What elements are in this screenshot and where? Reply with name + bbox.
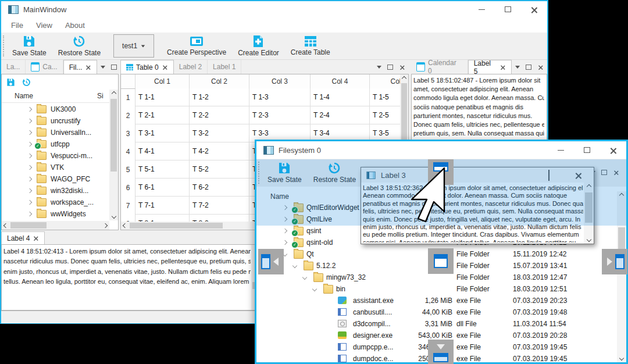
restore-icon[interactable] — [22, 78, 31, 87]
tab-label2[interactable]: Label 2 — [174, 60, 208, 74]
table-cell[interactable]: T 1-3 — [249, 88, 311, 106]
table-cell[interactable]: T 2-4 — [311, 106, 370, 124]
scroll-left-icon[interactable] — [123, 223, 127, 228]
tab-close-icon[interactable] — [34, 236, 38, 241]
left-tree-vscrollbar[interactable] — [109, 90, 118, 220]
create-perspective-button[interactable]: Create Perspective — [161, 33, 232, 59]
dock-close-icon[interactable] — [538, 65, 543, 69]
undock-icon[interactable] — [111, 65, 117, 70]
tree-item[interactable]: Vespucci-m... — [2, 150, 109, 162]
tab-close-icon[interactable] — [86, 65, 91, 70]
scroll-down-icon[interactable] — [111, 214, 116, 219]
tab-table0[interactable]: Table 0 — [120, 60, 174, 74]
table-cell[interactable]: T 5-2 — [190, 160, 249, 179]
tab-label1[interactable]: Label 1 — [208, 60, 241, 74]
left-tree-hscrollbar[interactable] — [2, 221, 109, 230]
table-cell[interactable]: T 2-2 — [190, 106, 249, 124]
tree-item[interactable]: UK3000 — [2, 104, 109, 115]
row-number[interactable]: 4 — [121, 143, 135, 161]
restore-state-button[interactable]: Restore State — [52, 33, 106, 59]
scroll-down-icon[interactable] — [619, 356, 624, 361]
tab-close-icon[interactable] — [162, 65, 167, 70]
tab-calendar0[interactable]: Calendar 0 — [411, 60, 468, 74]
file-row[interactable]: assistant.exe 1,26 MiB exe File 07.03.20… — [256, 295, 626, 306]
row-number[interactable]: 7 — [121, 197, 135, 215]
table-cell[interactable]: T 4-1 — [135, 142, 190, 160]
minimize-button[interactable] — [469, 1, 495, 17]
table-cell[interactable]: T 8-1 — [135, 215, 190, 222]
close-button[interactable] — [521, 1, 547, 17]
row-number[interactable]: 6 — [121, 179, 135, 197]
chevron-right-icon[interactable] — [27, 200, 32, 205]
tree-item[interactable]: WAGO_PFC — [2, 173, 109, 185]
table-cell[interactable]: T 3-2 — [190, 124, 249, 142]
tab-label5[interactable]: Label 5 — [468, 60, 512, 74]
save-state-button[interactable]: Save State — [6, 33, 52, 59]
menu-item[interactable]: About — [59, 21, 91, 30]
tab-menu-icon[interactable] — [515, 66, 520, 69]
filesystem-title-bar[interactable]: Filesystem 0 — [256, 141, 626, 159]
scroll-left-icon[interactable] — [3, 223, 8, 227]
scroll-up-icon[interactable] — [111, 91, 116, 96]
menu-item[interactable]: File — [5, 21, 30, 30]
chevron-right-icon[interactable] — [27, 119, 32, 123]
row-number[interactable]: 1 — [121, 89, 135, 107]
table-cell[interactable]: T 1-1 — [135, 88, 190, 106]
undock-icon[interactable] — [526, 65, 531, 70]
tree-chevron-icon[interactable] — [283, 229, 287, 233]
row-number[interactable]: 5 — [121, 161, 135, 179]
table-cell[interactable]: T 8-2 — [190, 215, 249, 222]
maximize-button[interactable] — [574, 141, 600, 159]
undock-icon[interactable] — [387, 65, 393, 70]
row-number[interactable]: 2 — [121, 107, 135, 125]
column-header[interactable]: Col 1 — [135, 74, 190, 88]
tree-item[interactable]: uncrustify — [2, 115, 109, 127]
chevron-right-icon[interactable] — [27, 165, 32, 170]
dock-indicator-bottom[interactable] — [428, 340, 454, 364]
create-table-button[interactable]: Create Table — [285, 33, 336, 59]
size-column-header[interactable]: Si — [97, 92, 104, 100]
tab-calendar[interactable]: Ca... — [26, 60, 63, 74]
scroll-right-icon[interactable] — [103, 223, 108, 227]
table-cell[interactable]: T 3-1 — [135, 124, 190, 142]
dock-indicator-right[interactable] — [602, 249, 627, 274]
table-cell[interactable]: T 5-1 — [135, 160, 190, 179]
table-cell[interactable]: T 7-2 — [190, 197, 249, 215]
table-cell[interactable]: T 6-2 — [190, 179, 249, 197]
tab-filesystem[interactable]: Fil... — [63, 60, 98, 74]
minimize-button[interactable] — [548, 141, 574, 159]
chevron-right-icon[interactable] — [27, 177, 32, 181]
table-cell[interactable]: T 1-4 — [311, 88, 370, 106]
toolbar-handle[interactable] — [3, 35, 4, 56]
perspective-combo[interactable]: test1 — [113, 34, 154, 58]
maximize-button[interactable] — [495, 1, 521, 17]
main-title-bar[interactable]: MainWindow — [1, 1, 547, 17]
tree-chevron-icon[interactable] — [302, 275, 307, 280]
dock-indicator-left[interactable] — [258, 249, 284, 274]
tab-label0[interactable]: La... — [1, 60, 26, 74]
tab-menu-icon[interactable] — [101, 66, 105, 69]
column-header[interactable]: Col 3 — [249, 74, 311, 88]
label4-body[interactable]: Label 4 18:51:02:413 - Lorem ipsum dolor… — [1, 244, 260, 311]
scroll-up-icon[interactable] — [402, 76, 406, 81]
chevron-right-icon[interactable] — [27, 212, 32, 216]
tree-item[interactable]: UniversalIn... — [2, 127, 109, 138]
tree-item[interactable]: VTK — [2, 162, 109, 173]
tab-label4[interactable]: Label 4 — [1, 231, 45, 244]
tree-item[interactable]: win32diski... — [2, 185, 109, 197]
file-row[interactable]: bin File Folder 18.03.2019 12:51 — [256, 283, 626, 295]
chevron-right-icon[interactable] — [27, 130, 32, 135]
column-header[interactable]: Col 4 — [311, 74, 370, 88]
tree-chevron-icon[interactable] — [292, 263, 297, 268]
tree-item[interactable]: workspace_... — [2, 197, 109, 208]
table-cell[interactable]: T 7-1 — [135, 197, 190, 215]
file-row[interactable]: d3dcompil... 3,31 MiB dll File 11.03.201… — [256, 318, 626, 330]
file-row[interactable]: canbusutil.... 44,00 KiB exe File 07.03.… — [256, 306, 626, 318]
scroll-down-icon[interactable] — [586, 237, 591, 242]
row-number[interactable]: 3 — [121, 125, 135, 143]
dock-indicator-center[interactable] — [428, 248, 454, 274]
dock-close-icon[interactable] — [400, 65, 405, 69]
chevron-right-icon[interactable] — [27, 142, 32, 147]
table-cell[interactable]: T 6-1 — [135, 179, 190, 197]
table-cell[interactable]: T 1-2 — [190, 88, 249, 106]
